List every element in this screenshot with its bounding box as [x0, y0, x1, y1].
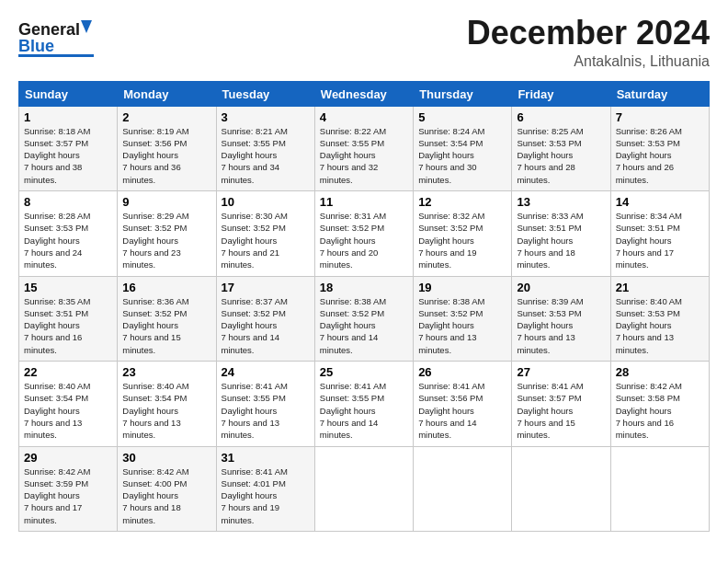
day-info: Sunrise: 8:36 AMSunset: 3:52 PMDaylight … — [122, 295, 210, 356]
day-number: 21 — [616, 281, 704, 294]
day-number: 26 — [418, 365, 506, 379]
day-info: Sunrise: 8:18 AMSunset: 3:57 PMDaylight … — [24, 125, 112, 186]
day-cell: 11Sunrise: 8:31 AMSunset: 3:52 PMDayligh… — [314, 191, 413, 276]
day-info: Sunrise: 8:39 AMSunset: 3:53 PMDaylight … — [517, 295, 605, 356]
weekday-header-row: SundayMondayTuesdayWednesdayThursdayFrid… — [19, 81, 710, 106]
day-info: Sunrise: 8:40 AMSunset: 3:54 PMDaylight … — [122, 380, 210, 441]
day-number: 23 — [122, 365, 210, 379]
day-cell: 16Sunrise: 8:36 AMSunset: 3:52 PMDayligh… — [118, 276, 216, 361]
day-cell: 29Sunrise: 8:42 AMSunset: 3:59 PMDayligh… — [19, 446, 118, 531]
month-title: December 2024 — [467, 15, 710, 52]
day-cell: 10Sunrise: 8:30 AMSunset: 3:52 PMDayligh… — [216, 191, 314, 276]
calendar-table: SundayMondayTuesdayWednesdayThursdayFrid… — [18, 81, 710, 532]
day-info: Sunrise: 8:38 AMSunset: 3:52 PMDaylight … — [418, 295, 506, 356]
day-number: 25 — [320, 365, 408, 379]
weekday-header-friday: Friday — [512, 81, 610, 106]
week-row-2: 8Sunrise: 8:28 AMSunset: 3:53 PMDaylight… — [19, 191, 710, 276]
day-cell: 17Sunrise: 8:37 AMSunset: 3:52 PMDayligh… — [216, 276, 314, 361]
day-info: Sunrise: 8:41 AMSunset: 3:57 PMDaylight … — [517, 380, 605, 441]
day-number: 24 — [222, 365, 310, 379]
day-info: Sunrise: 8:35 AMSunset: 3:51 PMDaylight … — [24, 295, 112, 356]
day-cell — [314, 446, 413, 531]
day-cell: 9Sunrise: 8:29 AMSunset: 3:52 PMDaylight… — [118, 191, 216, 276]
weekday-header-saturday: Saturday — [610, 81, 709, 106]
day-info: Sunrise: 8:21 AMSunset: 3:55 PMDaylight … — [222, 125, 310, 186]
logo-svg: General Blue — [18, 15, 101, 59]
day-cell: 19Sunrise: 8:38 AMSunset: 3:52 PMDayligh… — [414, 276, 512, 361]
day-cell: 1Sunrise: 8:18 AMSunset: 3:57 PMDaylight… — [19, 106, 118, 190]
day-info: Sunrise: 8:41 AMSunset: 4:01 PMDaylight … — [222, 465, 310, 526]
day-cell — [414, 446, 512, 531]
day-number: 12 — [418, 195, 506, 209]
day-cell: 5Sunrise: 8:24 AMSunset: 3:54 PMDaylight… — [414, 106, 512, 190]
svg-text:General: General — [18, 20, 80, 39]
day-info: Sunrise: 8:38 AMSunset: 3:52 PMDaylight … — [320, 295, 408, 356]
day-number: 19 — [418, 281, 506, 294]
day-info: Sunrise: 8:41 AMSunset: 3:55 PMDaylight … — [320, 380, 408, 441]
day-cell: 14Sunrise: 8:34 AMSunset: 3:51 PMDayligh… — [610, 191, 709, 276]
day-number: 15 — [24, 281, 112, 294]
day-number: 30 — [122, 451, 210, 465]
day-number: 11 — [320, 195, 408, 209]
location-title: Antakalnis, Lithuania — [467, 53, 710, 70]
weekday-header-tuesday: Tuesday — [216, 81, 314, 106]
day-cell: 2Sunrise: 8:19 AMSunset: 3:56 PMDaylight… — [118, 106, 216, 190]
day-number: 14 — [616, 195, 704, 209]
day-number: 22 — [24, 365, 112, 379]
day-cell — [610, 446, 709, 531]
svg-text:Blue: Blue — [18, 37, 54, 55]
day-cell: 20Sunrise: 8:39 AMSunset: 3:53 PMDayligh… — [512, 276, 610, 361]
day-info: Sunrise: 8:22 AMSunset: 3:55 PMDaylight … — [320, 125, 408, 186]
svg-marker-2 — [81, 20, 92, 33]
day-number: 5 — [418, 110, 506, 124]
day-number: 28 — [616, 365, 704, 379]
logo: General Blue — [18, 15, 101, 59]
day-number: 9 — [122, 195, 210, 209]
day-number: 16 — [122, 281, 210, 294]
day-cell: 13Sunrise: 8:33 AMSunset: 3:51 PMDayligh… — [512, 191, 610, 276]
day-cell: 22Sunrise: 8:40 AMSunset: 3:54 PMDayligh… — [19, 362, 118, 446]
weekday-header-thursday: Thursday — [414, 81, 512, 106]
day-info: Sunrise: 8:32 AMSunset: 3:52 PMDaylight … — [418, 210, 506, 270]
header: General Blue December 2024 Antakalnis, L… — [18, 15, 710, 70]
day-cell: 30Sunrise: 8:42 AMSunset: 4:00 PMDayligh… — [118, 446, 216, 531]
day-info: Sunrise: 8:42 AMSunset: 3:58 PMDaylight … — [616, 380, 704, 441]
day-number: 6 — [517, 110, 605, 124]
day-number: 27 — [517, 365, 605, 379]
day-info: Sunrise: 8:42 AMSunset: 4:00 PMDaylight … — [122, 465, 210, 526]
day-number: 18 — [320, 281, 408, 294]
week-row-4: 22Sunrise: 8:40 AMSunset: 3:54 PMDayligh… — [19, 362, 710, 446]
page: General Blue December 2024 Antakalnis, L… — [0, 0, 728, 541]
day-info: Sunrise: 8:41 AMSunset: 3:55 PMDaylight … — [222, 380, 310, 441]
day-cell: 31Sunrise: 8:41 AMSunset: 4:01 PMDayligh… — [216, 446, 314, 531]
day-info: Sunrise: 8:30 AMSunset: 3:52 PMDaylight … — [222, 210, 310, 270]
week-row-3: 15Sunrise: 8:35 AMSunset: 3:51 PMDayligh… — [19, 276, 710, 361]
day-info: Sunrise: 8:37 AMSunset: 3:52 PMDaylight … — [222, 295, 310, 356]
day-info: Sunrise: 8:40 AMSunset: 3:54 PMDaylight … — [24, 380, 112, 441]
day-number: 29 — [24, 451, 112, 465]
weekday-header-sunday: Sunday — [19, 81, 118, 106]
day-info: Sunrise: 8:29 AMSunset: 3:52 PMDaylight … — [122, 210, 210, 270]
day-cell: 27Sunrise: 8:41 AMSunset: 3:57 PMDayligh… — [512, 362, 610, 446]
day-info: Sunrise: 8:26 AMSunset: 3:53 PMDaylight … — [616, 125, 704, 186]
day-cell: 28Sunrise: 8:42 AMSunset: 3:58 PMDayligh… — [610, 362, 709, 446]
day-cell: 8Sunrise: 8:28 AMSunset: 3:53 PMDaylight… — [19, 191, 118, 276]
day-cell: 4Sunrise: 8:22 AMSunset: 3:55 PMDaylight… — [314, 106, 413, 190]
day-info: Sunrise: 8:24 AMSunset: 3:54 PMDaylight … — [418, 125, 506, 186]
day-number: 1 — [24, 110, 112, 124]
week-row-1: 1Sunrise: 8:18 AMSunset: 3:57 PMDaylight… — [19, 106, 710, 190]
day-cell — [512, 446, 610, 531]
day-cell: 3Sunrise: 8:21 AMSunset: 3:55 PMDaylight… — [216, 106, 314, 190]
weekday-header-wednesday: Wednesday — [314, 81, 413, 106]
day-info: Sunrise: 8:31 AMSunset: 3:52 PMDaylight … — [320, 210, 408, 270]
day-cell: 21Sunrise: 8:40 AMSunset: 3:53 PMDayligh… — [610, 276, 709, 361]
day-info: Sunrise: 8:33 AMSunset: 3:51 PMDaylight … — [517, 210, 605, 270]
day-info: Sunrise: 8:34 AMSunset: 3:51 PMDaylight … — [616, 210, 704, 270]
day-cell: 24Sunrise: 8:41 AMSunset: 3:55 PMDayligh… — [216, 362, 314, 446]
day-cell: 12Sunrise: 8:32 AMSunset: 3:52 PMDayligh… — [414, 191, 512, 276]
day-info: Sunrise: 8:28 AMSunset: 3:53 PMDaylight … — [24, 210, 112, 270]
day-number: 3 — [222, 110, 310, 124]
day-cell: 23Sunrise: 8:40 AMSunset: 3:54 PMDayligh… — [118, 362, 216, 446]
day-number: 2 — [122, 110, 210, 124]
day-info: Sunrise: 8:40 AMSunset: 3:53 PMDaylight … — [616, 295, 704, 356]
